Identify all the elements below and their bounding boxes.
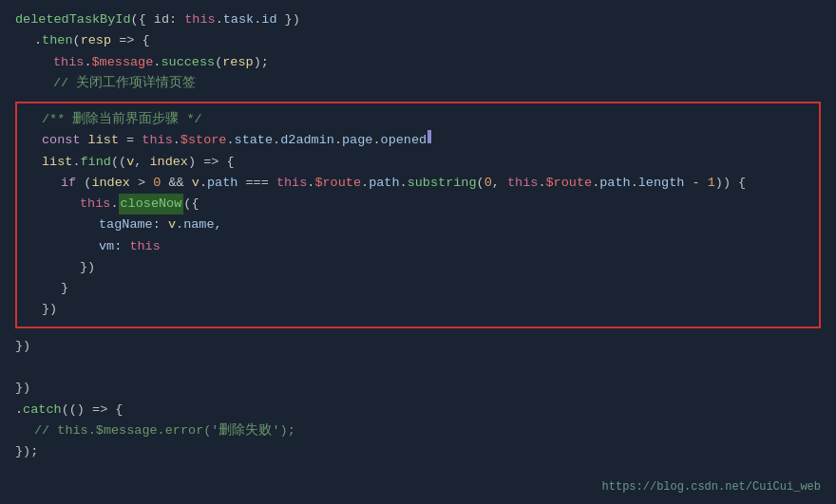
code-line-20: }); — [15, 441, 821, 462]
code-line-13: } — [17, 278, 819, 299]
method-name: deletedTaskById — [15, 9, 131, 30]
code-line-15: }) — [15, 336, 821, 357]
code-line-9: this.closeNow({ — [17, 194, 819, 215]
code-line-14: }) — [17, 299, 819, 320]
code-editor: deletedTaskById({ id: this.task.id }) .t… — [0, 0, 836, 504]
url-bar: https://blog.csdn.net/CuiCui_web — [602, 478, 821, 496]
code-line-17: }) — [15, 378, 821, 399]
code-line-5: /** 删除当前界面步骤 */ — [17, 109, 819, 130]
closeNow-highlight: closeNow — [119, 194, 184, 215]
code-line-18: .catch(() => { — [15, 400, 821, 420]
code-line-1: deletedTaskById({ id: this.task.id }) — [15, 9, 821, 30]
url-text: https://blog.csdn.net/CuiCui_web — [602, 480, 821, 494]
code-line-3: this.$message.success(resp); — [15, 52, 821, 73]
code-line-16 — [15, 357, 821, 378]
highlighted-code-block: /** 删除当前界面步骤 */ const list = this.$store… — [15, 102, 821, 328]
code-line-11: vm: this — [17, 236, 819, 257]
code-line-7: list.find((v, index) => { — [17, 152, 819, 173]
code-line-19: // this.$message.error('删除失败'); — [15, 420, 821, 441]
code-line-4: // 关闭工作项详情页签 — [15, 73, 821, 94]
code-line-10: tagName: v.name, — [17, 215, 819, 235]
code-line-6: const list = this.$store.state.d2admin.p… — [17, 130, 819, 151]
code-line-12: }) — [17, 257, 819, 278]
code-line-8: if (index > 0 && v.path === this.$route.… — [17, 173, 819, 194]
code-line-2: .then(resp => { — [15, 30, 821, 51]
cursor — [428, 130, 431, 143]
